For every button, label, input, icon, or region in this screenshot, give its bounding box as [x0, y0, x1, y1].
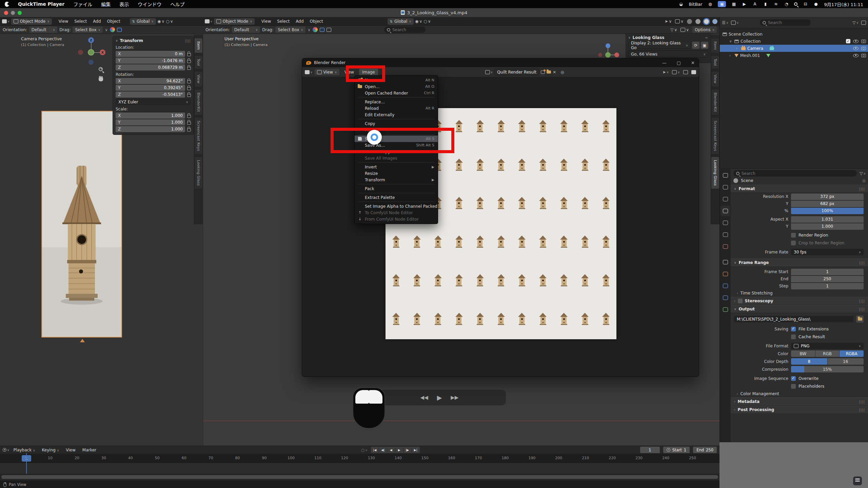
keying-menu[interactable]: Keying ∨	[39, 447, 62, 453]
post-processing-panel-header[interactable]: ›Post Processing||||	[731, 406, 868, 414]
menubar-item[interactable]: ヘルプ	[170, 1, 184, 7]
frame-start-field[interactable]: 1	[791, 269, 864, 275]
sidebar-tab-tool[interactable]: Tool	[195, 55, 203, 69]
editor-type-icon[interactable]: ∨	[205, 19, 213, 23]
play-circle-icon[interactable]: ▶	[742, 1, 747, 7]
lock-icon[interactable]	[187, 87, 191, 90]
bitbar-label[interactable]: BitBar	[689, 2, 703, 7]
outliner-row-mesh-001[interactable]: ›Mesh.001	[720, 52, 868, 59]
outliner-row-scene-collection[interactable]: Scene Collection	[720, 30, 868, 38]
menu-select[interactable]: Select	[72, 18, 90, 24]
gizmo-toggle-icon[interactable]: ∨	[680, 27, 689, 32]
menu-add[interactable]: Add	[90, 18, 103, 24]
timeline-scrollbar[interactable]	[0, 474, 719, 480]
menu-item-pack[interactable]: Pack	[355, 185, 438, 192]
filter-icon[interactable]: ▽∨	[670, 27, 677, 32]
menubar-clock[interactable]: 9月17日(水) 11:11	[824, 1, 863, 7]
overwrite-checkbox[interactable]	[791, 376, 796, 381]
views-dropdown[interactable]: Go, 66 Views∨	[628, 50, 708, 58]
timeline-ruler[interactable]: 1 10203040506070809010011012013014015016…	[0, 454, 719, 463]
editor-type-icon[interactable]: ∨	[2, 19, 10, 23]
properties-tab-scene[interactable]	[721, 229, 730, 240]
properties-tab-collection[interactable]	[721, 257, 730, 267]
menu-item-open[interactable]: Open...Alt O	[355, 83, 438, 90]
view-menu[interactable]: View	[63, 447, 78, 453]
proportional-edit-icon[interactable]: ○∨	[423, 19, 431, 24]
menu-item-set-image-alpha-to-channel-packed[interactable]: Set Image Alpha to Channel Packed	[355, 203, 438, 209]
play-button[interactable]: ▶	[395, 447, 403, 453]
playback-menu[interactable]: Playback ∨	[11, 447, 38, 453]
compression-slider[interactable]: 15%	[791, 366, 864, 372]
lock-icon[interactable]	[187, 67, 191, 70]
search-icon[interactable]	[794, 2, 797, 6]
color-rgb-button[interactable]: RGB	[815, 350, 840, 357]
drag-dropdown[interactable]: Select Box∨	[73, 26, 103, 33]
jump-to-end-button[interactable]: ▶|	[412, 447, 420, 453]
sidebar-tab-screencast-keys[interactable]: Screencast Keys	[711, 117, 719, 155]
menu-view[interactable]: View	[259, 18, 274, 24]
render-region-checkbox[interactable]	[791, 233, 796, 238]
options-dropdown[interactable]: Options∨	[692, 26, 717, 33]
crop-region-checkbox[interactable]	[791, 241, 796, 245]
disable-in-renders-icon[interactable]	[861, 54, 866, 57]
gizmo-z-neg[interactable]	[88, 60, 94, 65]
menubar-item[interactable]: ファイル	[73, 1, 92, 7]
display-channels-icon[interactable]: ∨	[672, 70, 680, 74]
filter-funnel-icon[interactable]: ▽∨	[852, 20, 859, 25]
outliner-row-collection[interactable]: ∨Collection✓	[720, 38, 868, 45]
lock-icon[interactable]	[187, 94, 191, 97]
aspect-y-field[interactable]: 1.000	[791, 223, 864, 230]
timeline-tracks[interactable]	[0, 463, 719, 473]
wifi-icon[interactable]: ≋	[773, 1, 778, 7]
snap-icon[interactable]: ◉∨	[157, 19, 164, 24]
display-mode-icon[interactable]: ☰∨	[722, 20, 728, 25]
sidebar-tab-screencast-keys[interactable]: Screencast Keys	[195, 117, 203, 155]
material-preview-icon[interactable]	[110, 27, 115, 32]
properties-tab-physics[interactable]	[721, 292, 730, 303]
menu-object[interactable]: Object	[307, 18, 326, 24]
output-path-field[interactable]: M:\CLIENTS\SPD\3_2_Looking_Glass\	[734, 316, 853, 322]
clipboard-icon[interactable]: ▣	[718, 1, 726, 7]
material-preview-icon[interactable]	[313, 27, 318, 32]
file-extensions-checkbox[interactable]	[791, 327, 796, 331]
wireframe-shading-icon[interactable]	[687, 19, 692, 24]
properties-tab-view-layer[interactable]	[721, 218, 730, 228]
transform-orientation-dropdown[interactable]: ⇅Global∨	[130, 18, 156, 25]
solid-shading-icon[interactable]	[695, 19, 701, 24]
mode-dropdown[interactable]: Object Mode∨	[214, 18, 255, 25]
pin-icon[interactable]: ◎	[862, 178, 866, 183]
depth-16-button[interactable]: 16	[828, 358, 864, 365]
location-y-field[interactable]: Y-1.0476 m	[116, 58, 185, 64]
snap-magnet-icon[interactable]: ◉∨	[415, 19, 422, 24]
scale-z-field[interactable]: Z1.000	[116, 126, 185, 132]
cache-result-checkbox[interactable]	[791, 334, 796, 339]
properties-tab-object[interactable]	[721, 269, 730, 279]
siri-icon[interactable]: ●	[813, 1, 818, 7]
auto-keying-icon[interactable]: ○∨	[361, 448, 368, 452]
view-mode-dropdown[interactable]: View∨	[315, 69, 339, 75]
frame-end-field[interactable]: 250	[791, 276, 864, 282]
apple-menu-icon[interactable]	[5, 2, 9, 7]
color-bw-button[interactable]: BW	[791, 350, 815, 357]
properties-tab-output[interactable]	[721, 206, 730, 216]
rotation-y-field[interactable]: Y0.39245°	[116, 85, 185, 91]
sidebar-tab-item[interactable]: Item	[195, 38, 203, 53]
image-browse-icon[interactable]: ∨	[485, 70, 493, 74]
aspect-x-field[interactable]: 1.031	[791, 216, 864, 223]
menu-add[interactable]: Add	[293, 18, 306, 24]
hide-in-viewport-icon[interactable]	[853, 47, 859, 50]
properties-tab-tool[interactable]	[721, 182, 730, 192]
framerate-dropdown[interactable]: 30 fps∨	[791, 249, 864, 255]
rotation-z-field[interactable]: Z-0.50413°	[116, 92, 185, 98]
gizmo-z-axis[interactable]: Z	[88, 37, 94, 43]
filter-icon[interactable]: ▽∨	[860, 171, 866, 176]
zoom-viewport-icon[interactable]	[97, 65, 105, 73]
lock-icon[interactable]	[187, 80, 191, 83]
properties-editor-type-icon[interactable]	[721, 170, 730, 180]
sidebar-tab-looking-glass[interactable]: Looking Glass	[711, 157, 719, 189]
frame-step-field[interactable]: 1	[791, 283, 864, 289]
new-image-icon[interactable]	[541, 70, 545, 74]
fast-forward-icon[interactable]: ▶▶	[451, 394, 458, 401]
next-keyframe-button[interactable]: |▶	[403, 447, 412, 453]
zoom-window-button[interactable]	[18, 11, 22, 15]
